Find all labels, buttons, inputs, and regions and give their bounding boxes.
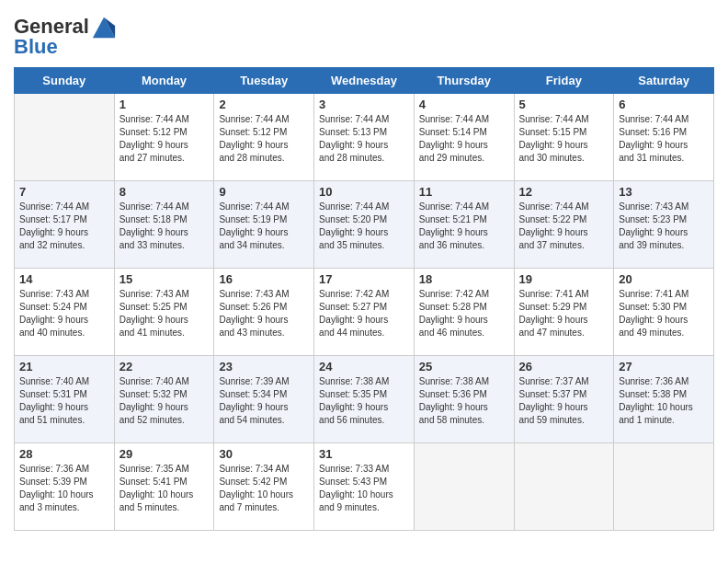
calendar-cell: 18Sunrise: 7:42 AM Sunset: 5:28 PM Dayli… — [414, 269, 514, 356]
page: General Blue SundayMondayTuesdayWednesda… — [0, 0, 728, 545]
calendar-cell: 21Sunrise: 7:40 AM Sunset: 5:31 PM Dayli… — [15, 356, 115, 443]
calendar-cell: 4Sunrise: 7:44 AM Sunset: 5:14 PM Daylig… — [414, 94, 514, 181]
day-number: 26 — [519, 360, 609, 373]
day-info: Sunrise: 7:44 AM Sunset: 5:18 PM Dayligh… — [119, 201, 210, 252]
day-info: Sunrise: 7:40 AM Sunset: 5:32 PM Dayligh… — [119, 375, 210, 427]
day-info: Sunrise: 7:44 AM Sunset: 5:22 PM Dayligh… — [519, 201, 609, 252]
day-number: 16 — [219, 272, 309, 286]
day-info: Sunrise: 7:41 AM Sunset: 5:29 PM Dayligh… — [519, 288, 609, 339]
weekday-header-tuesday: Tuesday — [214, 68, 314, 94]
logo-text-blue: Blue — [14, 36, 58, 58]
day-info: Sunrise: 7:36 AM Sunset: 5:38 PM Dayligh… — [619, 375, 709, 427]
calendar-cell: 31Sunrise: 7:33 AM Sunset: 5:43 PM Dayli… — [314, 443, 415, 531]
weekday-header-wednesday: Wednesday — [314, 68, 415, 94]
day-number: 1 — [119, 98, 210, 111]
day-number: 8 — [119, 185, 210, 199]
calendar-cell: 20Sunrise: 7:41 AM Sunset: 5:30 PM Dayli… — [614, 269, 714, 356]
day-info: Sunrise: 7:43 AM Sunset: 5:23 PM Dayligh… — [619, 201, 709, 252]
week-row-5: 28Sunrise: 7:36 AM Sunset: 5:39 PM Dayli… — [15, 443, 714, 531]
calendar-cell: 24Sunrise: 7:38 AM Sunset: 5:35 PM Dayli… — [314, 356, 415, 443]
day-number: 7 — [19, 185, 109, 199]
calendar-cell: 3Sunrise: 7:44 AM Sunset: 5:13 PM Daylig… — [314, 94, 415, 181]
calendar-cell: 14Sunrise: 7:43 AM Sunset: 5:24 PM Dayli… — [15, 269, 115, 356]
day-info: Sunrise: 7:43 AM Sunset: 5:24 PM Dayligh… — [19, 288, 109, 339]
day-info: Sunrise: 7:42 AM Sunset: 5:28 PM Dayligh… — [419, 288, 509, 339]
calendar-cell: 28Sunrise: 7:36 AM Sunset: 5:39 PM Dayli… — [15, 443, 115, 531]
calendar-cell: 7Sunrise: 7:44 AM Sunset: 5:17 PM Daylig… — [15, 181, 115, 269]
calendar-cell — [514, 443, 614, 531]
day-info: Sunrise: 7:40 AM Sunset: 5:31 PM Dayligh… — [19, 375, 109, 427]
day-info: Sunrise: 7:44 AM Sunset: 5:15 PM Dayligh… — [519, 113, 609, 165]
day-info: Sunrise: 7:44 AM Sunset: 5:12 PM Dayligh… — [219, 113, 309, 165]
calendar-cell — [15, 94, 115, 181]
calendar-cell: 10Sunrise: 7:44 AM Sunset: 5:20 PM Dayli… — [314, 181, 415, 269]
calendar-cell: 22Sunrise: 7:40 AM Sunset: 5:32 PM Dayli… — [114, 356, 214, 443]
day-number: 21 — [19, 360, 109, 373]
weekday-header-sunday: Sunday — [15, 68, 115, 94]
weekday-header-monday: Monday — [114, 68, 214, 94]
day-info: Sunrise: 7:38 AM Sunset: 5:35 PM Dayligh… — [319, 375, 409, 427]
day-info: Sunrise: 7:38 AM Sunset: 5:36 PM Dayligh… — [419, 375, 509, 427]
day-number: 23 — [219, 360, 309, 373]
calendar-cell: 25Sunrise: 7:38 AM Sunset: 5:36 PM Dayli… — [414, 356, 514, 443]
day-info: Sunrise: 7:44 AM Sunset: 5:20 PM Dayligh… — [319, 201, 409, 252]
calendar-cell: 15Sunrise: 7:43 AM Sunset: 5:25 PM Dayli… — [114, 269, 214, 356]
day-info: Sunrise: 7:44 AM Sunset: 5:17 PM Dayligh… — [19, 201, 109, 252]
day-number: 22 — [119, 360, 210, 373]
day-number: 17 — [319, 272, 409, 286]
logo: General Blue — [14, 14, 117, 58]
weekday-header-row: SundayMondayTuesdayWednesdayThursdayFrid… — [15, 68, 714, 94]
day-info: Sunrise: 7:41 AM Sunset: 5:30 PM Dayligh… — [619, 288, 709, 339]
weekday-header-friday: Friday — [514, 68, 614, 94]
calendar-cell: 16Sunrise: 7:43 AM Sunset: 5:26 PM Dayli… — [214, 269, 314, 356]
weekday-header-thursday: Thursday — [414, 68, 514, 94]
day-number: 10 — [319, 185, 409, 199]
day-number: 25 — [419, 360, 509, 373]
day-info: Sunrise: 7:44 AM Sunset: 5:13 PM Dayligh… — [319, 113, 409, 165]
day-info: Sunrise: 7:44 AM Sunset: 5:21 PM Dayligh… — [419, 201, 509, 252]
day-info: Sunrise: 7:34 AM Sunset: 5:42 PM Dayligh… — [219, 463, 309, 514]
calendar-cell: 30Sunrise: 7:34 AM Sunset: 5:42 PM Dayli… — [214, 443, 314, 531]
calendar-cell: 5Sunrise: 7:44 AM Sunset: 5:15 PM Daylig… — [514, 94, 614, 181]
day-number: 31 — [319, 447, 409, 461]
weekday-header-saturday: Saturday — [614, 68, 714, 94]
day-info: Sunrise: 7:44 AM Sunset: 5:16 PM Dayligh… — [619, 113, 709, 165]
day-number: 20 — [619, 272, 709, 286]
week-row-3: 14Sunrise: 7:43 AM Sunset: 5:24 PM Dayli… — [15, 269, 714, 356]
calendar-cell: 13Sunrise: 7:43 AM Sunset: 5:23 PM Dayli… — [614, 181, 714, 269]
calendar-cell: 11Sunrise: 7:44 AM Sunset: 5:21 PM Dayli… — [414, 181, 514, 269]
day-number: 15 — [119, 272, 210, 286]
calendar-cell: 29Sunrise: 7:35 AM Sunset: 5:41 PM Dayli… — [114, 443, 214, 531]
day-number: 14 — [19, 272, 109, 286]
day-info: Sunrise: 7:43 AM Sunset: 5:25 PM Dayligh… — [119, 288, 210, 339]
logo-icon — [91, 14, 117, 40]
day-number: 27 — [619, 360, 709, 373]
calendar-cell: 2Sunrise: 7:44 AM Sunset: 5:12 PM Daylig… — [214, 94, 314, 181]
day-info: Sunrise: 7:44 AM Sunset: 5:14 PM Dayligh… — [419, 113, 509, 165]
day-number: 28 — [19, 447, 109, 461]
calendar-cell: 1Sunrise: 7:44 AM Sunset: 5:12 PM Daylig… — [114, 94, 214, 181]
calendar-cell: 6Sunrise: 7:44 AM Sunset: 5:16 PM Daylig… — [614, 94, 714, 181]
calendar-cell: 26Sunrise: 7:37 AM Sunset: 5:37 PM Dayli… — [514, 356, 614, 443]
calendar-cell: 9Sunrise: 7:44 AM Sunset: 5:19 PM Daylig… — [214, 181, 314, 269]
day-number: 24 — [319, 360, 409, 373]
day-number: 29 — [119, 447, 210, 461]
day-info: Sunrise: 7:36 AM Sunset: 5:39 PM Dayligh… — [19, 463, 109, 514]
day-info: Sunrise: 7:37 AM Sunset: 5:37 PM Dayligh… — [519, 375, 609, 427]
day-info: Sunrise: 7:44 AM Sunset: 5:19 PM Dayligh… — [219, 201, 309, 252]
day-info: Sunrise: 7:43 AM Sunset: 5:26 PM Dayligh… — [219, 288, 309, 339]
week-row-1: 1Sunrise: 7:44 AM Sunset: 5:12 PM Daylig… — [15, 94, 714, 181]
day-number: 30 — [219, 447, 309, 461]
day-number: 13 — [619, 185, 709, 199]
day-number: 3 — [319, 98, 409, 111]
day-number: 11 — [419, 185, 509, 199]
week-row-2: 7Sunrise: 7:44 AM Sunset: 5:17 PM Daylig… — [15, 181, 714, 269]
day-info: Sunrise: 7:35 AM Sunset: 5:41 PM Dayligh… — [119, 463, 210, 514]
day-number: 6 — [619, 98, 709, 111]
calendar-table: SundayMondayTuesdayWednesdayThursdayFrid… — [14, 67, 714, 531]
calendar-cell: 17Sunrise: 7:42 AM Sunset: 5:27 PM Dayli… — [314, 269, 415, 356]
day-info: Sunrise: 7:39 AM Sunset: 5:34 PM Dayligh… — [219, 375, 309, 427]
calendar-cell: 8Sunrise: 7:44 AM Sunset: 5:18 PM Daylig… — [114, 181, 214, 269]
day-info: Sunrise: 7:42 AM Sunset: 5:27 PM Dayligh… — [319, 288, 409, 339]
calendar-cell — [414, 443, 514, 531]
